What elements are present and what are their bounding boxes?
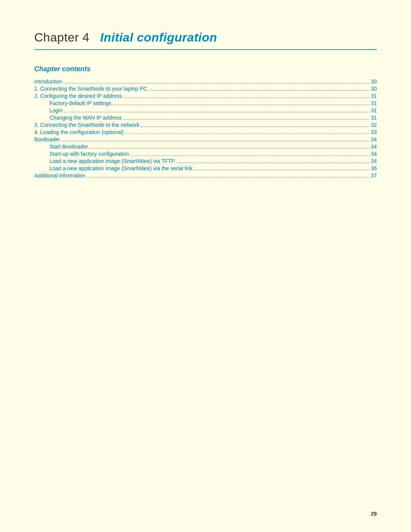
toc-page-number: 36 [371, 165, 377, 171]
page-number: 29 [371, 511, 377, 517]
toc-dots [149, 90, 370, 91]
chapter-header: Chapter 4 Initial configuration [34, 30, 377, 50]
toc-item[interactable]: 1. Connecting the SmartNode to your lapt… [34, 86, 377, 92]
toc-dots [113, 105, 369, 105]
toc-item[interactable]: Factory-default IP settings31 [34, 100, 377, 106]
toc-item[interactable]: 3. Connecting the SmartNode to the netwo… [34, 122, 377, 128]
toc-dots [125, 134, 369, 134]
toc-dots [62, 141, 370, 141]
toc-link[interactable]: Additional information [34, 173, 86, 179]
toc-page-number: 31 [371, 115, 377, 121]
toc-page-number: 34 [371, 158, 377, 164]
toc-page-number: 34 [371, 136, 377, 142]
toc-item[interactable]: Load a new application image (SmartWare)… [34, 165, 377, 171]
toc-link[interactable]: 4. Loading the configuration (optional) [34, 129, 124, 135]
toc-page-number: 37 [371, 173, 377, 179]
toc-link[interactable]: Introduction [34, 78, 62, 85]
toc-dots [124, 97, 370, 98]
toc-dots [89, 148, 369, 149]
toc-link[interactable]: Login [49, 107, 62, 113]
chapter-prefix: Chapter 4 [34, 30, 89, 44]
toc-dots [176, 163, 369, 163]
toc-page-number: 30 [371, 78, 377, 85]
toc-link[interactable]: 2. Configuring the desired IP address [34, 93, 122, 99]
toc-item[interactable]: Start Bootloader34 [34, 144, 377, 150]
toc-item[interactable]: Additional information37 [34, 173, 377, 179]
toc-item[interactable]: Changing the WAN IP address31 [34, 115, 377, 121]
toc-item[interactable]: Load a new application image (SmartWare)… [34, 158, 377, 164]
toc-link[interactable]: Load a new application image (SmartWare)… [49, 165, 193, 171]
toc-link[interactable]: Load a new application image (SmartWare)… [49, 158, 175, 164]
chapter-title: Chapter 4 Initial configuration [34, 30, 377, 45]
toc-item[interactable]: 2. Configuring the desired IP address31 [34, 93, 377, 99]
toc-link[interactable]: 1. Connecting the SmartNode to your lapt… [34, 86, 147, 92]
toc-link[interactable]: Start Bootloader [49, 144, 88, 150]
chapter-title-bold: Initial configuration [100, 30, 217, 44]
toc-page-number: 30 [371, 86, 377, 92]
toc-link[interactable]: 3. Connecting the SmartNode to the netwo… [34, 122, 139, 128]
toc-link[interactable]: Start-up with factory configuration [49, 151, 129, 157]
chapter-contents-heading: Chapter contents [34, 65, 377, 73]
toc-dots [64, 83, 369, 83]
toc-page-number: 33 [371, 129, 377, 135]
toc-link[interactable]: Factory-default IP settings [49, 100, 111, 106]
toc-dots [87, 177, 370, 177]
toc-page-number: 31 [371, 107, 377, 113]
toc-page-number: 34 [371, 151, 377, 157]
toc-item[interactable]: Login31 [34, 107, 377, 113]
toc-link[interactable]: Bootloader [34, 136, 60, 142]
toc-item[interactable]: Bootloader34 [34, 136, 377, 142]
toc-dots [123, 119, 370, 120]
toc-item[interactable]: Introduction30 [34, 78, 377, 85]
toc-item[interactable]: Start-up with factory configuration34 [34, 151, 377, 157]
toc-list: Introduction301. Connecting the SmartNod… [34, 78, 377, 179]
toc-dots [141, 126, 369, 127]
toc-page-number: 32 [371, 122, 377, 128]
toc-item[interactable]: 4. Loading the configuration (optional)3… [34, 129, 377, 135]
toc-dots [64, 112, 369, 112]
page-container: Chapter 4 Initial configuration Chapter … [0, 0, 411, 210]
toc-page-number: 31 [371, 100, 377, 106]
toc-page-number: 31 [371, 93, 377, 99]
toc-dots [194, 170, 369, 170]
toc-page-number: 34 [371, 144, 377, 150]
chapter-contents-section: Chapter contents Introduction301. Connec… [34, 65, 377, 179]
toc-link[interactable]: Changing the WAN IP address [49, 115, 122, 121]
toc-dots [131, 155, 370, 156]
